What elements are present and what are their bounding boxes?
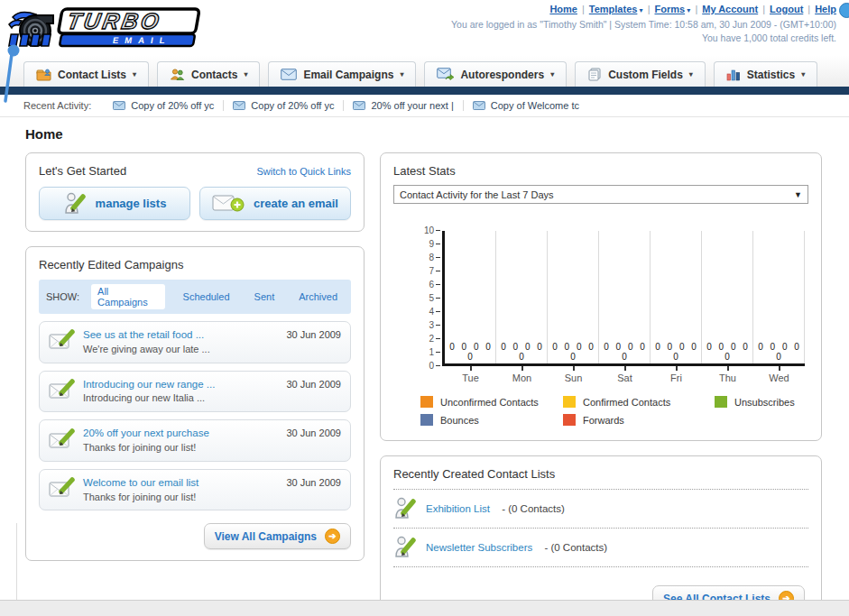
chart-day-values: 0 0 0 0 0 bbox=[599, 342, 650, 362]
filter-sent[interactable]: Sent bbox=[248, 290, 281, 304]
campaign-title-link[interactable]: See us at the retail food ... bbox=[83, 327, 286, 343]
tab-custom-fields[interactable]: Custom Fields▾ bbox=[575, 61, 706, 87]
nav-link-logout[interactable]: Logout bbox=[770, 4, 803, 14]
chevron-down-icon: ▾ bbox=[685, 6, 690, 14]
campaign-row[interactable]: 20% off your next purchaseThanks for joi… bbox=[39, 419, 351, 462]
main-content: Let's Get Started Switch to Quick Links … bbox=[0, 152, 849, 616]
recent-activity-label: Recent Activity: bbox=[23, 100, 91, 111]
recent-activity-item[interactable]: Copy of Welcome tc bbox=[463, 100, 584, 111]
y-tick-value: 9 bbox=[429, 239, 434, 249]
campaign-title-link[interactable]: 20% off your next purchase bbox=[83, 426, 286, 441]
campaign-title-link[interactable]: Welcome to our email list bbox=[83, 475, 286, 491]
tab-autoresponders[interactable]: Autoresponders▾ bbox=[424, 61, 567, 87]
chevron-down-icon: ▾ bbox=[244, 70, 247, 78]
recent-activity-item[interactable]: Copy of 20% off yc bbox=[223, 100, 343, 111]
nav-link-help[interactable]: Help bbox=[815, 4, 836, 14]
legend-item: Unsubscribes bbox=[715, 396, 808, 408]
x-tick-label: Mon bbox=[496, 366, 548, 383]
manage-lists-button[interactable]: manage lists bbox=[39, 187, 190, 220]
campaign-row[interactable]: See us at the retail food ...We're givin… bbox=[39, 321, 351, 363]
envelope-small-icon bbox=[353, 101, 365, 110]
nav-separator: | bbox=[807, 4, 810, 14]
get-started-buttons: manage listscreate an email bbox=[39, 187, 351, 220]
button-label: manage lists bbox=[96, 197, 167, 210]
legend-item: Bounces bbox=[420, 414, 563, 426]
stats-period-dropdown[interactable]: Contact Activity for the Last 7 Days ▼ bbox=[393, 185, 808, 204]
switch-quick-links-link[interactable]: Switch to Quick Links bbox=[256, 166, 351, 177]
y-tick-mark bbox=[436, 325, 440, 326]
tab-label: Contacts bbox=[191, 69, 237, 81]
nav-link-home[interactable]: Home bbox=[549, 4, 577, 14]
recent-activity-item-label: Copy of 20% off yc bbox=[251, 100, 334, 111]
campaign-row[interactable]: Introducing our new range ...Introducing… bbox=[39, 371, 351, 413]
campaign-subtitle: Introducing our new Italia ... bbox=[83, 391, 286, 406]
x-tick-label: Tue bbox=[445, 366, 496, 383]
y-tick-value: 0 bbox=[429, 361, 434, 371]
tab-label: Contact Lists bbox=[58, 69, 126, 81]
campaign-subtitle: We're giving away our late ... bbox=[83, 343, 286, 357]
person-pencil-icon bbox=[63, 191, 87, 216]
campaign-row[interactable]: Welcome to our email listThanks for join… bbox=[39, 469, 351, 511]
envelope-small-icon bbox=[473, 101, 485, 110]
contact-lists-icon bbox=[36, 68, 51, 81]
tab-contact-lists[interactable]: Contact Lists▾ bbox=[23, 61, 149, 87]
campaign-list: See us at the retail food ...We're givin… bbox=[39, 321, 351, 510]
campaign-filter-bar: SHOW: All CampaignsScheduledSentArchived bbox=[39, 280, 351, 314]
nav-separator: | bbox=[582, 4, 585, 14]
arrow-circle-icon: ➔ bbox=[325, 529, 340, 544]
nav-link-templates[interactable]: Templates bbox=[589, 4, 638, 14]
nav-link-forms[interactable]: Forms bbox=[655, 4, 686, 14]
right-column: Latest Stats Contact Activity for the La… bbox=[380, 152, 822, 616]
y-tick-value: 10 bbox=[424, 225, 434, 235]
filter-scheduled[interactable]: Scheduled bbox=[177, 290, 236, 304]
recent-activity-item[interactable]: 20% off your next | bbox=[343, 100, 462, 111]
top-nav: Home|Templates ▾|Forms ▾|My Account|Logo… bbox=[451, 4, 836, 14]
chart-x-axis: TueMonSunSatFriThuWed bbox=[445, 366, 805, 383]
recent-activity-item-label: 20% off your next | bbox=[371, 100, 453, 111]
turbo-email-logo: TURBO EMAIL bbox=[7, 5, 215, 55]
y-tick-mark bbox=[436, 244, 440, 245]
login-line1: You are logged in as "Timothy Smith" | S… bbox=[451, 18, 836, 32]
chart-plot-area: 0 0 0 0 00 0 0 0 00 0 0 0 00 0 0 0 00 0 … bbox=[442, 231, 805, 366]
y-tick-mark bbox=[436, 271, 440, 272]
campaign-title-link[interactable]: Introducing our new range ... bbox=[83, 377, 286, 392]
stats-period-value: Contact Activity for the Last 7 Days bbox=[400, 189, 554, 200]
recent-activity-item-label: Copy of 20% off yc bbox=[131, 100, 214, 111]
contact-list-row[interactable]: Newsletter Subscribers - (0 Contacts) bbox=[393, 529, 808, 567]
legend-item: Forwards bbox=[563, 414, 715, 426]
y-tick-label: 8 bbox=[420, 253, 440, 262]
create-an-email-button[interactable]: create an email bbox=[199, 187, 351, 220]
login-line2: You have 1,000 total credits left. bbox=[451, 32, 836, 45]
y-tick-value: 6 bbox=[429, 280, 434, 290]
pin-decoration bbox=[2, 41, 23, 106]
contact-list-name-link[interactable]: Exhibition List bbox=[426, 503, 490, 514]
edge-line bbox=[16, 523, 17, 600]
tab-contacts[interactable]: Contacts▾ bbox=[157, 61, 260, 87]
email-campaigns-icon bbox=[281, 69, 297, 80]
campaign-date: 30 Jun 2009 bbox=[286, 477, 341, 488]
view-all-campaigns-button[interactable]: View All Campaigns ➔ bbox=[204, 523, 351, 549]
y-tick-value: 8 bbox=[429, 253, 434, 262]
recent-activity-item[interactable]: Copy of 20% off yc bbox=[104, 100, 223, 111]
contact-list-name-link[interactable]: Newsletter Subscribers bbox=[426, 542, 532, 553]
tab-statistics[interactable]: Statistics▾ bbox=[714, 61, 817, 87]
tab-email-campaigns[interactable]: Email Campaigns▾ bbox=[268, 61, 416, 87]
latest-stats-panel: Latest Stats Contact Activity for the La… bbox=[380, 152, 822, 441]
envelope-pencil-icon bbox=[49, 378, 83, 405]
y-tick-mark bbox=[436, 298, 440, 299]
legend-item: Unconfirmed Contacts bbox=[420, 396, 563, 408]
filter-all-campaigns[interactable]: All Campaigns bbox=[91, 284, 164, 309]
tab-label: Custom Fields bbox=[608, 69, 683, 81]
legend-swatch bbox=[420, 414, 433, 426]
left-column: Let's Get Started Switch to Quick Links … bbox=[25, 152, 365, 561]
y-tick-mark bbox=[436, 230, 440, 232]
filter-archived[interactable]: Archived bbox=[292, 290, 344, 304]
person-pencil-icon bbox=[393, 496, 417, 521]
campaign-text: Introducing our new range ...Introducing… bbox=[83, 377, 286, 407]
recently-edited-campaigns-panel: Recently Edited Campaigns SHOW: All Camp… bbox=[25, 246, 365, 561]
chevron-down-icon: ▾ bbox=[400, 70, 403, 78]
y-tick-label: 3 bbox=[420, 320, 440, 330]
footer-strip bbox=[0, 600, 849, 616]
nav-link-my-account[interactable]: My Account bbox=[702, 4, 758, 14]
contact-list-row[interactable]: Exhibition List - (0 Contacts) bbox=[393, 490, 808, 529]
